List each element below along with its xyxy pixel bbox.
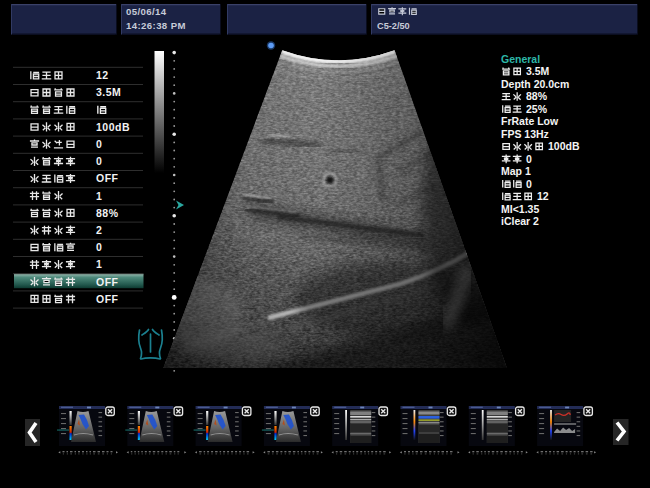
svg-text:General: General: [501, 53, 540, 65]
svg-text:0: 0: [96, 155, 102, 167]
svg-text:100dB: 100dB: [548, 140, 580, 152]
svg-text:1: 1: [96, 258, 102, 270]
svg-text:MI<1.35: MI<1.35: [501, 203, 539, 215]
svg-text:12: 12: [96, 69, 109, 81]
svg-text:0: 0: [526, 178, 532, 190]
svg-text:0: 0: [96, 241, 102, 253]
svg-text:2: 2: [96, 224, 102, 236]
svg-text:C5-2/50: C5-2/50: [377, 21, 410, 31]
svg-text:12: 12: [537, 190, 549, 202]
svg-text:OFF: OFF: [96, 172, 119, 184]
svg-text:Map 1: Map 1: [501, 165, 531, 177]
svg-text:FPS 13Hz: FPS 13Hz: [501, 128, 549, 140]
svg-text:OFF: OFF: [96, 293, 119, 305]
svg-text:1: 1: [96, 190, 102, 202]
svg-text:88%: 88%: [526, 90, 548, 102]
svg-text:0: 0: [526, 153, 532, 165]
svg-text:25%: 25%: [526, 103, 548, 115]
svg-text:3.5M: 3.5M: [96, 86, 121, 98]
svg-text:88%: 88%: [96, 207, 119, 219]
svg-text:FrRate Low: FrRate Low: [501, 115, 559, 127]
svg-text:OFF: OFF: [96, 276, 119, 288]
svg-text:Depth 20.0cm: Depth 20.0cm: [501, 78, 569, 90]
svg-text:100dB: 100dB: [96, 121, 130, 133]
svg-text:iClear 2: iClear 2: [501, 215, 539, 227]
svg-text:0: 0: [96, 138, 102, 150]
svg-text:14:26:38 PM: 14:26:38 PM: [126, 20, 186, 31]
svg-text:05/06/14: 05/06/14: [126, 6, 167, 17]
svg-text:3.5M: 3.5M: [526, 65, 550, 77]
